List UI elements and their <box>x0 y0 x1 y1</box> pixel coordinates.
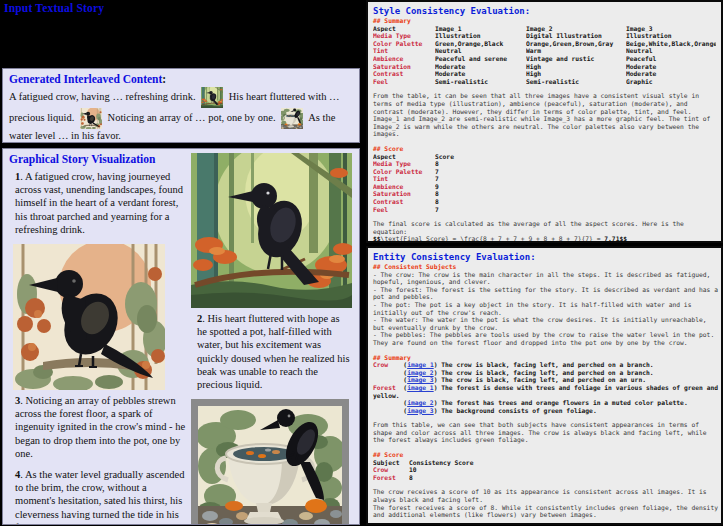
input-story-title: Input Textual Story <box>4 2 104 14</box>
table-cell: 10 <box>409 466 716 474</box>
entity-final-note: The crow receives a score of 10 as its a… <box>373 488 716 518</box>
vintage-crow-thumbnail <box>80 108 102 129</box>
text-segment: The crow is black, facing left, and perc… <box>441 361 653 368</box>
text-line: $$\text{Final Score} = \frac{8 + 7 + 7 +… <box>373 235 716 243</box>
image-link[interactable]: image_1 <box>407 384 434 391</box>
entity-eval-title: Entity Consistency Evaluation: <box>373 251 716 263</box>
table-cell: Image_2 <box>526 25 626 33</box>
table-row: Crow10 <box>373 466 716 474</box>
text-segment: ( <box>396 384 407 391</box>
text-segment: Forest <box>373 384 396 391</box>
table-cell: Beige,White,Black,Orange <box>626 40 716 48</box>
style-score-table: AspectScoreMedia Type8Color Palette7Tint… <box>373 153 716 214</box>
image-link[interactable]: image_2 <box>407 369 434 376</box>
image-link[interactable]: image_3 <box>407 376 434 383</box>
text-segment: The background consists of green foliage… <box>441 407 596 414</box>
table-cell: Digital Illustration <box>526 32 626 40</box>
style-eval-title: Style Consistency Evaluation: <box>373 5 716 17</box>
table-cell: Forest <box>373 474 409 482</box>
style-consistency-evaluation-panel: Style Consistency Evaluation: ## Summary… <box>366 0 723 243</box>
story-columns: Graphical Story Visualization 1. A fatig… <box>9 152 353 525</box>
consistent-subjects-header: ## Consistent Subjects <box>373 263 716 271</box>
story-left-column: Graphical Story Visualization 1. A fatig… <box>9 152 189 525</box>
table-cell: Moderate <box>626 63 716 71</box>
story-step-4: 4. As the water level gradually ascended… <box>15 468 189 525</box>
table-row: Tint7 <box>373 175 716 183</box>
table-row: Media TypeIllustrationDigital Illustrati… <box>373 32 716 40</box>
text-segment: Crow <box>373 361 388 368</box>
image-link[interactable]: image_1 <box>407 361 434 368</box>
table-cell: Subject <box>373 459 409 467</box>
table-cell: Semi-realistic <box>435 78 526 86</box>
story-image-3 <box>198 406 342 525</box>
text-line: Crow (image_1) The crow is black, facing… <box>373 361 716 369</box>
table-cell: Feel <box>373 206 435 214</box>
story-segment-1: A fatigued crow, having … refreshing dri… <box>9 91 196 102</box>
story-step-3: 3. Noticing an array of pebbles strewn a… <box>15 394 189 460</box>
table-cell: Image_3 <box>626 25 716 33</box>
text-segment: yellow. <box>373 392 400 399</box>
table-cell: 7 <box>435 168 716 176</box>
table-cell: Consistency Score <box>409 459 716 467</box>
table-cell: High <box>526 70 626 78</box>
step-text: . His heart fluttered with hope as he sp… <box>197 313 350 390</box>
text-segment: The crow is black, facing left, and perc… <box>441 369 653 376</box>
table-row: Color PaletteGreen,Orange,BlackOrange,Gr… <box>373 40 716 48</box>
text-segment: ( <box>388 361 407 368</box>
table-cell: Warm <box>526 47 626 55</box>
table-cell: Tint <box>373 47 435 55</box>
table-cell: Neutral <box>626 47 716 55</box>
text-line: (image_3) The crow is black, facing left… <box>373 376 716 384</box>
table-cell: Peaceful and serene <box>435 55 526 63</box>
table-row: AspectImage_1Image_2Image_3 <box>373 25 716 33</box>
table-cell: 8 <box>435 160 716 168</box>
table-row: Media Type8 <box>373 160 716 168</box>
generated-interleaved-content-panel: Generated Interleaved Content: A fatigue… <box>2 68 360 143</box>
text-line: (image_3) The background consists of gre… <box>373 407 716 415</box>
entity-score-table: SubjectConsistency ScoreCrow10Forest8 <box>373 459 716 482</box>
entity-summary-note: From this table, we can see that both su… <box>373 421 716 444</box>
text-segment: The forest has trees and orange flowers … <box>441 399 687 406</box>
table-row: Forest8 <box>373 474 716 482</box>
table-cell: Illustration <box>626 32 716 40</box>
text-segment: $$ <box>373 235 381 242</box>
table-row: Saturation8 <box>373 190 716 198</box>
graphical-story-visualization-panel: Graphical Story Visualization 1. A fatig… <box>2 148 360 525</box>
table-row: FeelSemi-realisticSemi-realisticGraphic <box>373 78 716 86</box>
story-image-1 <box>191 153 352 308</box>
style-summary-note: From the table, it can be seen that all … <box>373 92 716 138</box>
image-link[interactable]: image_2 <box>407 399 434 406</box>
table-cell: Peaceful <box>626 55 716 63</box>
table-row: Color Palette7 <box>373 168 716 176</box>
text-line: yellow. <box>373 392 716 400</box>
table-cell: 8 <box>435 198 716 206</box>
interleaved-panel-heading: Generated Interleaved Content: <box>9 72 353 86</box>
story-step-1: 1. A fatigued crow, having journeyed acr… <box>15 170 189 236</box>
table-cell: Moderate <box>435 70 526 78</box>
table-row: AspectScore <box>373 153 716 161</box>
story-segment-3: Noticing an array of … pot, one by one. <box>108 112 276 123</box>
table-cell: Feel <box>373 78 435 86</box>
table-row: Ambience9 <box>373 183 716 191</box>
pot-crow-thumbnail <box>281 108 303 129</box>
interleaved-content-text: A fatigued crow, having … refreshing dri… <box>9 87 353 142</box>
text-segment: The forest is dense with trees and folia… <box>441 384 718 391</box>
table-cell: Moderate <box>626 70 716 78</box>
image-link[interactable]: image_3 <box>407 407 434 414</box>
table-cell: Color Palette <box>373 40 435 48</box>
step-text: . A fatigued crow, having journeyed acro… <box>15 171 183 235</box>
style-final-note: The final score is calculated as the ave… <box>373 220 716 235</box>
story-right-column: 2. His heart fluttered with hope as he s… <box>191 152 352 525</box>
style-score-header: ## Score <box>373 145 716 153</box>
table-cell: 8 <box>409 474 716 482</box>
entity-score-header: ## Score <box>373 451 716 459</box>
table-cell: Semi-realistic <box>526 78 626 86</box>
table-cell: Contrast <box>373 70 435 78</box>
table-row: SaturationModerateHighModerate <box>373 63 716 71</box>
step-text: . As the water level gradually ascended … <box>15 469 184 525</box>
story-panel-heading: Graphical Story Visualization <box>9 152 189 166</box>
table-cell: Color Palette <box>373 168 435 176</box>
table-cell: Aspect <box>373 153 435 161</box>
table-cell: Saturation <box>373 190 435 198</box>
table-cell: Green,Orange,Black <box>435 40 526 48</box>
